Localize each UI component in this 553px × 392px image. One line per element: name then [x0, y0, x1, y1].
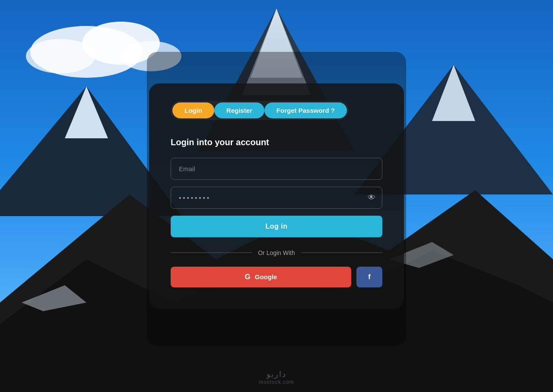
- divider-left: [171, 252, 252, 253]
- form-title: Login into your account: [171, 137, 382, 147]
- social-row: G Google f: [171, 267, 382, 287]
- email-field[interactable]: [171, 158, 382, 180]
- svg-point-3: [26, 39, 95, 73]
- google-label: Google: [255, 273, 277, 280]
- google-icon: G: [245, 273, 251, 281]
- password-wrapper: 👁: [171, 187, 382, 209]
- watermark: داريو mostock.com: [259, 370, 294, 385]
- toggle-password-icon[interactable]: 👁: [368, 193, 375, 202]
- password-field[interactable]: [171, 187, 382, 209]
- divider-row: Or Login With: [171, 249, 382, 256]
- divider-text: Or Login With: [258, 249, 295, 256]
- tab-register[interactable]: Register: [214, 102, 264, 118]
- tab-row: Login Register Forget Password ?: [171, 101, 349, 120]
- watermark-line1: داريو: [259, 370, 294, 379]
- login-card: Login Register Forget Password ? Login i…: [149, 83, 404, 309]
- facebook-login-button[interactable]: f: [356, 267, 382, 287]
- watermark-line2: mostock.com: [259, 379, 294, 385]
- login-button[interactable]: Log in: [171, 216, 382, 237]
- divider-right: [301, 252, 382, 253]
- tab-login[interactable]: Login: [172, 102, 214, 118]
- tab-forget-password[interactable]: Forget Password ?: [264, 102, 347, 118]
- google-login-button[interactable]: G Google: [171, 267, 351, 287]
- facebook-icon: f: [368, 273, 370, 281]
